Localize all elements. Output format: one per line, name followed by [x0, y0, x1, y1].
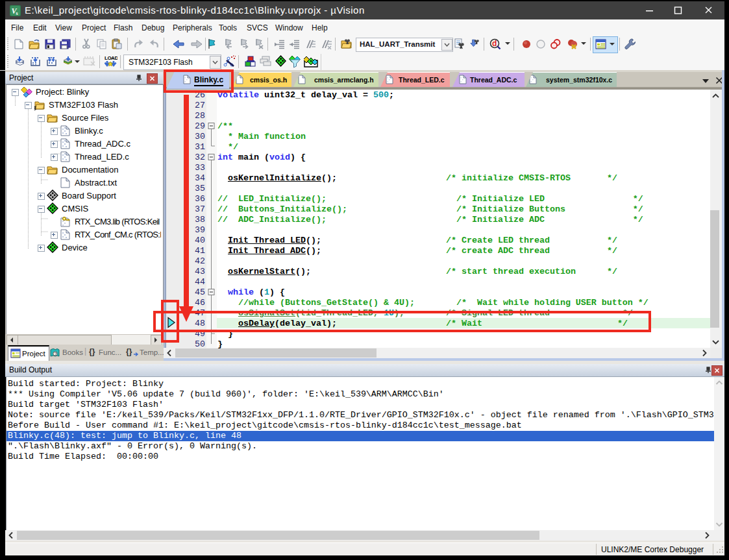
svg-text:s: s	[16, 10, 18, 16]
svg-text:?: ?	[54, 351, 57, 357]
svg-text:LOAD: LOAD	[105, 55, 117, 61]
svg-text:d: d	[492, 39, 497, 48]
